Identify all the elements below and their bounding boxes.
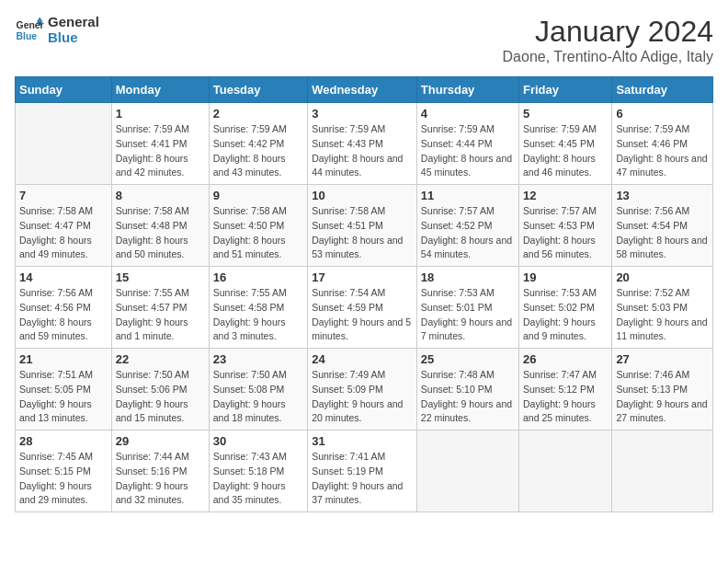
day-number: 26 xyxy=(523,352,608,366)
day-number: 17 xyxy=(312,270,413,284)
day-number: 23 xyxy=(213,352,303,366)
day-info: Sunrise: 7:56 AMSunset: 4:56 PMDaylight:… xyxy=(19,286,108,344)
day-info: Sunrise: 7:56 AMSunset: 4:54 PMDaylight:… xyxy=(616,204,709,262)
calendar-cell: 9Sunrise: 7:58 AMSunset: 4:50 PMDaylight… xyxy=(209,185,307,267)
day-info: Sunrise: 7:50 AMSunset: 5:08 PMDaylight:… xyxy=(213,368,303,426)
calendar-cell: 30Sunrise: 7:43 AMSunset: 5:18 PMDayligh… xyxy=(209,431,307,512)
day-info: Sunrise: 7:52 AMSunset: 5:03 PMDaylight:… xyxy=(616,286,709,344)
day-number: 9 xyxy=(213,189,303,202)
calendar-cell: 4Sunrise: 7:59 AMSunset: 4:44 PMDaylight… xyxy=(416,103,518,185)
day-number: 13 xyxy=(616,189,709,202)
page-header: General Blue General Blue January 2024 D… xyxy=(15,15,713,65)
calendar-week-3: 14Sunrise: 7:56 AMSunset: 4:56 PMDayligh… xyxy=(16,267,713,349)
day-info: Sunrise: 7:53 AMSunset: 5:01 PMDaylight:… xyxy=(421,286,515,344)
day-number: 18 xyxy=(421,270,515,284)
day-number: 25 xyxy=(421,352,515,366)
day-number: 1 xyxy=(116,107,205,121)
day-info: Sunrise: 7:55 AMSunset: 4:58 PMDaylight:… xyxy=(213,286,303,344)
header-sunday: Sunday xyxy=(16,77,112,103)
day-info: Sunrise: 7:45 AMSunset: 5:15 PMDaylight:… xyxy=(19,450,108,508)
day-number: 12 xyxy=(523,189,608,202)
day-info: Sunrise: 7:58 AMSunset: 4:48 PMDaylight:… xyxy=(116,204,205,262)
logo-line2: Blue xyxy=(48,30,99,46)
calendar-cell: 26Sunrise: 7:47 AMSunset: 5:12 PMDayligh… xyxy=(519,349,612,431)
day-number: 30 xyxy=(213,434,303,448)
day-info: Sunrise: 7:55 AMSunset: 4:57 PMDaylight:… xyxy=(116,286,205,344)
calendar-table: SundayMondayTuesdayWednesdayThursdayFrid… xyxy=(15,76,713,512)
calendar-subtitle: Daone, Trentino-Alto Adige, Italy xyxy=(503,49,713,65)
day-info: Sunrise: 7:47 AMSunset: 5:12 PMDaylight:… xyxy=(523,368,608,426)
calendar-cell: 8Sunrise: 7:58 AMSunset: 4:48 PMDaylight… xyxy=(111,185,209,267)
calendar-week-5: 28Sunrise: 7:45 AMSunset: 5:15 PMDayligh… xyxy=(16,431,713,512)
calendar-cell xyxy=(416,431,518,512)
header-friday: Friday xyxy=(519,77,612,103)
day-number: 6 xyxy=(616,107,709,121)
calendar-cell: 1Sunrise: 7:59 AMSunset: 4:41 PMDaylight… xyxy=(111,103,209,185)
day-number: 29 xyxy=(116,434,205,448)
calendar-cell: 22Sunrise: 7:50 AMSunset: 5:06 PMDayligh… xyxy=(111,349,209,431)
day-info: Sunrise: 7:44 AMSunset: 5:16 PMDaylight:… xyxy=(116,450,205,508)
header-monday: Monday xyxy=(111,77,209,103)
day-info: Sunrise: 7:43 AMSunset: 5:18 PMDaylight:… xyxy=(213,450,303,508)
logo: General Blue General Blue xyxy=(15,15,99,45)
day-number: 22 xyxy=(116,352,205,366)
calendar-cell: 5Sunrise: 7:59 AMSunset: 4:45 PMDaylight… xyxy=(519,103,612,185)
calendar-cell: 16Sunrise: 7:55 AMSunset: 4:58 PMDayligh… xyxy=(209,267,307,349)
calendar-cell: 14Sunrise: 7:56 AMSunset: 4:56 PMDayligh… xyxy=(16,267,112,349)
day-number: 10 xyxy=(312,189,413,202)
svg-text:Blue: Blue xyxy=(17,30,38,40)
day-number: 20 xyxy=(616,270,709,284)
header-tuesday: Tuesday xyxy=(209,77,307,103)
calendar-cell xyxy=(519,431,612,512)
day-info: Sunrise: 7:57 AMSunset: 4:53 PMDaylight:… xyxy=(523,204,608,262)
day-info: Sunrise: 7:57 AMSunset: 4:52 PMDaylight:… xyxy=(421,204,515,262)
calendar-cell: 23Sunrise: 7:50 AMSunset: 5:08 PMDayligh… xyxy=(209,349,307,431)
day-number: 11 xyxy=(421,189,515,202)
day-info: Sunrise: 7:50 AMSunset: 5:06 PMDaylight:… xyxy=(116,368,205,426)
calendar-week-4: 21Sunrise: 7:51 AMSunset: 5:05 PMDayligh… xyxy=(16,349,713,431)
logo-icon: General Blue xyxy=(15,16,44,45)
day-info: Sunrise: 7:58 AMSunset: 4:50 PMDaylight:… xyxy=(213,204,303,262)
day-number: 5 xyxy=(523,107,608,121)
day-number: 28 xyxy=(19,434,108,448)
day-info: Sunrise: 7:59 AMSunset: 4:45 PMDaylight:… xyxy=(523,122,608,180)
calendar-cell: 18Sunrise: 7:53 AMSunset: 5:01 PMDayligh… xyxy=(416,267,518,349)
calendar-cell: 25Sunrise: 7:48 AMSunset: 5:10 PMDayligh… xyxy=(416,349,518,431)
day-number: 7 xyxy=(19,189,108,202)
day-number: 21 xyxy=(19,352,108,366)
day-number: 16 xyxy=(213,270,303,284)
day-info: Sunrise: 7:59 AMSunset: 4:44 PMDaylight:… xyxy=(421,122,515,180)
day-number: 4 xyxy=(421,107,515,121)
day-number: 19 xyxy=(523,270,608,284)
calendar-cell: 3Sunrise: 7:59 AMSunset: 4:43 PMDaylight… xyxy=(308,103,417,185)
calendar-cell: 27Sunrise: 7:46 AMSunset: 5:13 PMDayligh… xyxy=(612,349,713,431)
day-number: 8 xyxy=(116,189,205,202)
day-info: Sunrise: 7:59 AMSunset: 4:41 PMDaylight:… xyxy=(116,122,205,180)
day-info: Sunrise: 7:59 AMSunset: 4:42 PMDaylight:… xyxy=(213,122,303,180)
day-number: 15 xyxy=(116,270,205,284)
day-info: Sunrise: 7:51 AMSunset: 5:05 PMDaylight:… xyxy=(19,368,108,426)
calendar-cell: 17Sunrise: 7:54 AMSunset: 4:59 PMDayligh… xyxy=(308,267,417,349)
title-block: January 2024 Daone, Trentino-Alto Adige,… xyxy=(503,15,713,65)
day-info: Sunrise: 7:49 AMSunset: 5:09 PMDaylight:… xyxy=(312,368,413,426)
day-info: Sunrise: 7:58 AMSunset: 4:47 PMDaylight:… xyxy=(19,204,108,262)
day-info: Sunrise: 7:59 AMSunset: 4:46 PMDaylight:… xyxy=(616,122,709,180)
header-saturday: Saturday xyxy=(612,77,713,103)
calendar-cell: 13Sunrise: 7:56 AMSunset: 4:54 PMDayligh… xyxy=(612,185,713,267)
calendar-cell: 7Sunrise: 7:58 AMSunset: 4:47 PMDaylight… xyxy=(16,185,112,267)
calendar-cell: 29Sunrise: 7:44 AMSunset: 5:16 PMDayligh… xyxy=(111,431,209,512)
calendar-header-row: SundayMondayTuesdayWednesdayThursdayFrid… xyxy=(16,77,713,103)
day-info: Sunrise: 7:54 AMSunset: 4:59 PMDaylight:… xyxy=(312,286,413,344)
svg-marker-2 xyxy=(37,17,42,21)
day-info: Sunrise: 7:48 AMSunset: 5:10 PMDaylight:… xyxy=(421,368,515,426)
calendar-cell: 19Sunrise: 7:53 AMSunset: 5:02 PMDayligh… xyxy=(519,267,612,349)
header-thursday: Thursday xyxy=(416,77,518,103)
calendar-cell: 20Sunrise: 7:52 AMSunset: 5:03 PMDayligh… xyxy=(612,267,713,349)
calendar-cell: 28Sunrise: 7:45 AMSunset: 5:15 PMDayligh… xyxy=(16,431,112,512)
logo-line1: General xyxy=(48,15,99,30)
day-info: Sunrise: 7:46 AMSunset: 5:13 PMDaylight:… xyxy=(616,368,709,426)
calendar-cell: 11Sunrise: 7:57 AMSunset: 4:52 PMDayligh… xyxy=(416,185,518,267)
day-info: Sunrise: 7:41 AMSunset: 5:19 PMDaylight:… xyxy=(312,450,413,508)
calendar-cell: 24Sunrise: 7:49 AMSunset: 5:09 PMDayligh… xyxy=(308,349,417,431)
day-number: 3 xyxy=(312,107,413,121)
